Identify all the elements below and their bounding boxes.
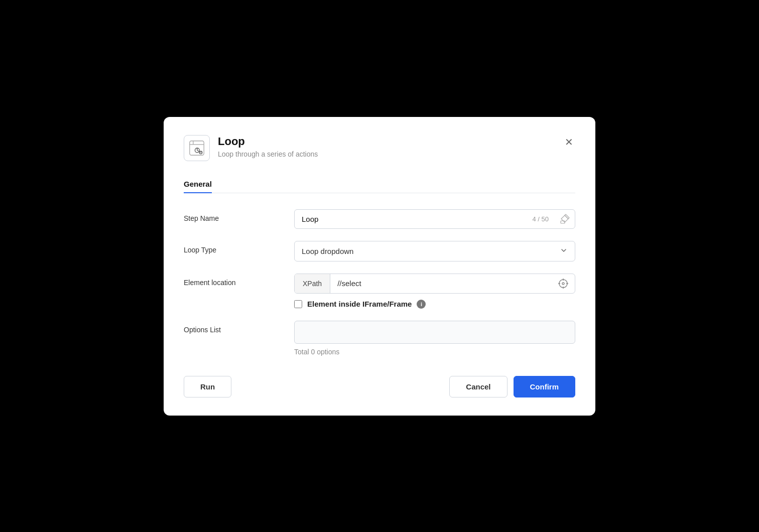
dialog-title: Loop (218, 135, 555, 148)
run-button[interactable]: Run (184, 376, 231, 397)
element-location-field: XPath (294, 274, 575, 294)
element-location-label: Element location (184, 274, 284, 287)
options-list-row: Options List Total 0 options (184, 321, 575, 356)
header-text: Loop Loop through a series of actions (218, 135, 555, 158)
options-list-input[interactable] (294, 321, 575, 344)
options-total: Total 0 options (294, 348, 575, 356)
step-name-label: Step Name (184, 209, 284, 222)
location-type-button[interactable]: XPath (295, 274, 330, 293)
tab-general[interactable]: General (184, 176, 212, 193)
location-target-button[interactable] (552, 274, 575, 293)
iframe-checkbox[interactable] (294, 300, 302, 308)
svg-point-6 (559, 280, 567, 288)
loop-type-value: Loop dropdown (302, 247, 560, 255)
dialog: Loop Loop through a series of actions ✕ … (164, 117, 595, 416)
dialog-header: Loop Loop through a series of actions ✕ (184, 135, 575, 161)
cancel-button[interactable]: Cancel (449, 376, 507, 397)
step-name-row: Step Name 4 / 50 (184, 209, 575, 229)
options-list-label: Options List (184, 321, 284, 334)
step-name-input[interactable] (295, 210, 526, 228)
step-name-control: 4 / 50 (294, 209, 575, 229)
step-name-counter: 4 / 50 (526, 215, 555, 223)
iframe-checkbox-row: Element inside IFrame/Frame i (294, 300, 575, 309)
element-location-control: XPath Elemen (294, 274, 575, 309)
element-location-row: Element location XPath (184, 274, 575, 309)
chevron-down-icon (560, 246, 568, 256)
tabs: General (184, 175, 575, 193)
loop-icon (184, 135, 210, 161)
iframe-checkbox-label: Element inside IFrame/Frame (307, 300, 412, 308)
svg-point-7 (562, 283, 564, 285)
loop-type-label: Loop Type (184, 241, 284, 254)
footer-actions: Cancel Confirm (449, 376, 575, 397)
loop-type-control: Loop dropdown (294, 241, 575, 261)
overlay: Loop Loop through a series of actions ✕ … (0, 0, 759, 532)
loop-type-row: Loop Type Loop dropdown (184, 241, 575, 261)
confirm-button[interactable]: Confirm (514, 376, 576, 397)
dialog-footer: Run Cancel Confirm (184, 376, 575, 397)
info-icon[interactable]: i (417, 300, 426, 309)
dialog-subtitle: Loop through a series of actions (218, 150, 555, 158)
close-button[interactable]: ✕ (563, 135, 575, 149)
step-name-input-wrapper: 4 / 50 (294, 209, 575, 229)
step-name-icon-button[interactable] (555, 210, 575, 228)
location-input[interactable] (330, 274, 552, 293)
options-list-control: Total 0 options (294, 321, 575, 356)
loop-type-select[interactable]: Loop dropdown (294, 241, 575, 261)
